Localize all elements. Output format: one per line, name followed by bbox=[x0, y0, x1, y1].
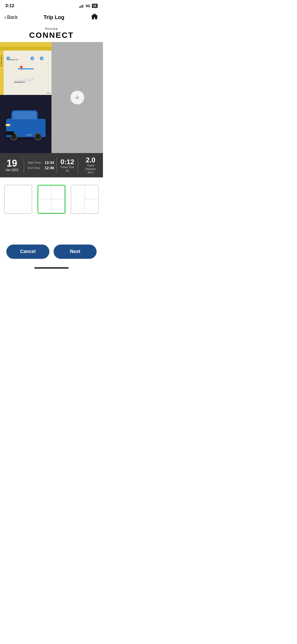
placeholder-cell[interactable]: + bbox=[51, 42, 103, 153]
layout-cell-br bbox=[51, 199, 65, 213]
content-spacer bbox=[0, 219, 103, 240]
status-time: 3:12 bbox=[5, 3, 14, 8]
home-indicator bbox=[0, 265, 103, 272]
cancel-button[interactable]: Cancel bbox=[6, 245, 49, 259]
chevron-left-icon: ‹ bbox=[4, 14, 6, 20]
back-label: Back bbox=[7, 15, 18, 20]
road-horizontal-1 bbox=[0, 42, 51, 47]
signal-icon bbox=[79, 4, 84, 8]
layout-cell-tr bbox=[51, 186, 65, 199]
trip-stats-bar: 19 Jan 2023 Start Time 12:34 End Time 12… bbox=[0, 153, 103, 177]
start-time-row: Start Time 12:34 bbox=[28, 160, 53, 165]
status-icons: 5G 58 bbox=[79, 4, 98, 8]
layout-option-quad[interactable] bbox=[37, 185, 65, 214]
layout-cell-tl bbox=[38, 186, 51, 199]
honda-label: Honda bbox=[0, 27, 103, 31]
main-image-grid: Sharps Rd Assembly Dr Keilor Park Dr 39 … bbox=[0, 42, 103, 153]
car-model: CIVIC bbox=[6, 119, 46, 137]
back-button[interactable]: ‹ Back bbox=[4, 14, 18, 20]
road-label-keilor: Keilor Park Dr bbox=[1, 55, 2, 67]
car-body: CIVIC bbox=[6, 119, 46, 137]
connect-label: CONNECT bbox=[0, 31, 103, 39]
road-badge-39c: 39 bbox=[40, 57, 44, 60]
bottom-buttons: Cancel Next bbox=[0, 240, 103, 265]
map-cell: Sharps Rd Assembly Dr Keilor Park Dr 39 … bbox=[0, 42, 51, 95]
home-bar bbox=[34, 267, 69, 269]
car-wheel-right bbox=[34, 133, 42, 140]
trip-date: 19 Jan 2023 bbox=[0, 156, 24, 174]
travel-distance-label: Travel Distance(km.) bbox=[82, 164, 99, 174]
layout-option-single[interactable] bbox=[4, 185, 32, 214]
status-bar: 3:12 5G 58 bbox=[0, 0, 103, 11]
travel-distance-metric: 2.0 Travel Distance(km.) bbox=[78, 156, 103, 174]
road-badge-39a: 39 bbox=[6, 57, 10, 60]
car-windshield bbox=[13, 111, 36, 119]
civic-badge: CIVIC bbox=[26, 134, 32, 136]
trip-day: 19 bbox=[7, 159, 17, 168]
home-icon bbox=[90, 13, 99, 20]
plus-icon: + bbox=[75, 93, 80, 103]
start-time-value: 12:34 bbox=[45, 160, 54, 165]
travel-distance-value: 2.0 bbox=[86, 156, 95, 164]
road-label-assembly: Assembly Dr bbox=[15, 81, 25, 83]
layout-cell-bl bbox=[38, 199, 51, 213]
map-route-line bbox=[18, 68, 34, 69]
layout-cell-right-bottom bbox=[85, 199, 98, 213]
layout-cell-right-top bbox=[85, 185, 98, 199]
car-grille bbox=[6, 131, 14, 135]
nav-bar: ‹ Back Trip Log bbox=[0, 11, 103, 25]
end-time-label: End Time bbox=[28, 166, 43, 169]
layout-option-split[interactable] bbox=[71, 185, 99, 214]
end-time-row: End Time 12:46 bbox=[28, 166, 53, 170]
here-logo: here bbox=[47, 92, 50, 94]
travel-time-value: 0:12 bbox=[60, 158, 74, 166]
travel-time-label: Travel Time(h) bbox=[60, 165, 74, 172]
end-time-value: 12:46 bbox=[45, 166, 54, 170]
car-headlight bbox=[6, 124, 10, 126]
road-horizontal-2 bbox=[0, 47, 51, 50]
battery-badge: 58 bbox=[92, 4, 98, 8]
car-cell: CIVIC bbox=[0, 95, 51, 153]
add-photo-button[interactable]: + bbox=[70, 91, 84, 104]
network-label: 5G bbox=[86, 4, 90, 8]
brand-header: Honda CONNECT bbox=[0, 25, 103, 42]
layout-cell-span bbox=[71, 185, 85, 213]
map-background: Sharps Rd Assembly Dr Keilor Park Dr 39 … bbox=[0, 42, 51, 95]
next-button[interactable]: Next bbox=[54, 245, 97, 259]
car-visual: CIVIC bbox=[3, 98, 49, 150]
road-badge-39b: 39 bbox=[30, 57, 34, 60]
trip-times: Start Time 12:34 End Time 12:46 bbox=[24, 156, 56, 174]
page-title: Trip Log bbox=[44, 14, 64, 20]
layout-cell bbox=[5, 185, 32, 213]
travel-time-metric: 0:12 Travel Time(h) bbox=[57, 156, 78, 174]
start-time-label: Start Time bbox=[28, 161, 43, 164]
trip-month: Jan 2023 bbox=[5, 168, 18, 172]
layout-selector bbox=[0, 177, 103, 219]
home-button[interactable] bbox=[90, 13, 99, 22]
